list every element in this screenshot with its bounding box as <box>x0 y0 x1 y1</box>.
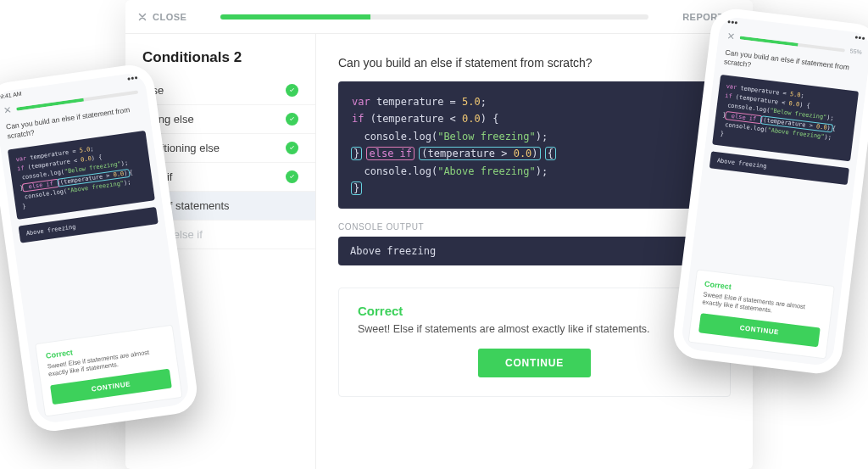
code-token: console.log( <box>352 165 437 177</box>
feedback-card: Correct Sweet! Else if statements are al… <box>338 288 731 397</box>
phone-feedback: Correct Sweet! Else if statements are al… <box>35 324 183 416</box>
code-token: var <box>352 96 370 108</box>
close-icon[interactable] <box>3 106 12 114</box>
lesson-header: CLOSE REPORT <box>125 0 753 34</box>
code-blank[interactable]: } <box>352 182 361 194</box>
code-token: ; <box>481 96 487 108</box>
close-label: CLOSE <box>153 12 186 22</box>
progress-fill <box>220 14 370 20</box>
code-token: ); <box>536 131 548 142</box>
code-blank[interactable]: } <box>352 148 361 159</box>
check-icon <box>286 170 298 183</box>
check-icon <box>286 142 298 154</box>
code-token: ); <box>536 165 548 177</box>
progress-percent: 55% <box>849 47 862 55</box>
check-icon <box>286 113 298 126</box>
check-icon <box>286 84 298 97</box>
close-button[interactable]: CLOSE <box>137 12 186 22</box>
console-label: CONSOLE OUTPUT <box>338 222 731 232</box>
code-token: "Below freezing" <box>437 131 536 142</box>
phone-code[interactable]: var temperature = 5.0; if (temperature <… <box>8 131 155 220</box>
code-token: ) { <box>481 113 499 125</box>
lesson-title: Conditionals 2 <box>125 49 315 76</box>
phone-code[interactable]: var temperature = 5.0; if (temperature <… <box>712 75 859 161</box>
feedback-title: Correct <box>358 304 711 318</box>
lesson-question: Can you build an else if statement from … <box>338 56 731 70</box>
lesson-body: Conditionals 2 Else Using else Positioni… <box>125 34 753 469</box>
code-token: temperature = <box>370 96 462 108</box>
close-icon[interactable] <box>726 32 735 41</box>
code-token: if <box>352 113 364 125</box>
close-icon <box>137 12 147 22</box>
code-blank[interactable]: else if <box>367 148 414 159</box>
feedback-body: Sweet! Else if statements are almost exa… <box>358 323 711 335</box>
progress-bar <box>220 14 648 20</box>
code-token: (temperature < <box>364 113 462 125</box>
continue-button[interactable]: CONTINUE <box>478 349 591 377</box>
code-editor[interactable]: var temperature = 5.0; if (temperature <… <box>338 81 731 209</box>
code-blank[interactable]: { <box>546 148 555 159</box>
code-token: console.log( <box>352 131 437 142</box>
progress-fill <box>740 36 798 46</box>
phone-feedback: Correct Sweet! Else if statements are al… <box>688 269 835 360</box>
phone-screen: ●●●●●● 55% Can you build an else if stat… <box>681 16 868 367</box>
code-blank[interactable]: (temperature > 0.0) <box>420 148 539 159</box>
desktop-panel: CLOSE REPORT Conditionals 2 Else Using e… <box>125 0 753 469</box>
code-token: 5.0 <box>462 96 481 108</box>
console-output: Above freezing <box>338 237 731 265</box>
code-token: 0.0 <box>462 113 481 125</box>
code-token: "Above freezing" <box>437 165 536 177</box>
